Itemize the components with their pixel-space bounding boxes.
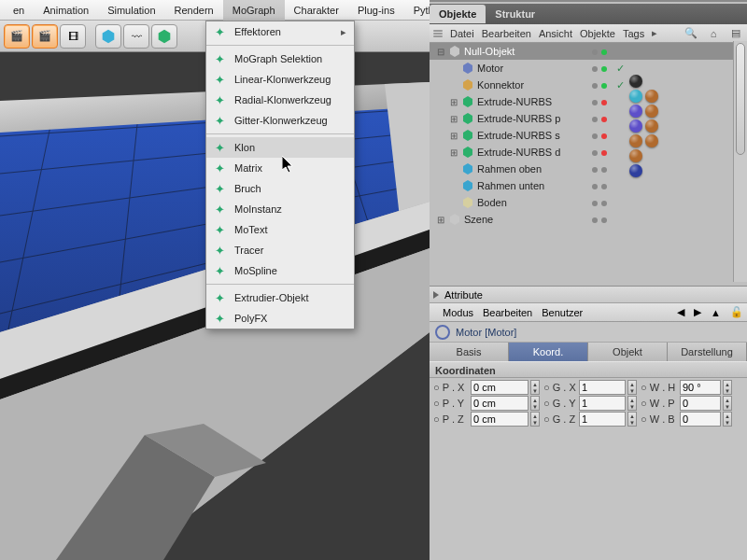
visibility-dots[interactable] — [590, 96, 609, 107]
objects-menu-tags[interactable]: Tags — [623, 28, 644, 39]
expand-icon[interactable]: ⊞ — [448, 147, 458, 158]
visibility-dots[interactable] — [590, 214, 609, 225]
visibility-dots[interactable] — [590, 180, 609, 191]
expand-icon[interactable]: ⊞ — [448, 114, 458, 124]
attr-tab-objekt[interactable]: Objekt — [588, 343, 668, 361]
objects-menu-bearbeiten[interactable]: Bearbeiten — [482, 28, 531, 39]
enable-check-icon[interactable]: ✓ — [616, 63, 625, 75]
menu-rendern[interactable]: Rendern — [165, 0, 223, 21]
toolbar-btn-cube[interactable] — [95, 24, 121, 49]
coord-p-input[interactable] — [471, 412, 529, 427]
material-tag[interactable] — [645, 105, 658, 118]
expand-icon[interactable]: ⊞ — [448, 97, 458, 107]
coord-w-input[interactable] — [680, 412, 721, 427]
coord-w-input[interactable] — [680, 380, 721, 395]
attributes-header[interactable]: Attribute — [430, 287, 747, 303]
expand-icon[interactable]: ⊞ — [448, 131, 458, 141]
layers-icon[interactable]: ▤ — [728, 26, 743, 41]
menu-animation[interactable]: Animation — [34, 0, 98, 21]
spinner[interactable]: ▲▼ — [627, 396, 637, 411]
mograph-item-tracer[interactable]: ✦Tracer — [206, 240, 354, 260]
material-tag[interactable] — [629, 105, 642, 118]
spinner[interactable]: ▲▼ — [530, 380, 540, 395]
visibility-dots[interactable] — [590, 197, 609, 208]
objects-menu-datei[interactable]: Datei — [450, 28, 474, 39]
coord-g-input[interactable] — [579, 380, 626, 395]
tree-row[interactable]: ⊞Extrude-NURBS — [430, 93, 747, 110]
menu-en[interactable]: en — [4, 0, 34, 21]
tree-row[interactable]: Rahmen unten — [430, 177, 747, 194]
menu-plug-ins[interactable]: Plug-ins — [348, 0, 404, 21]
mograph-item-linear-klonwerkzeug[interactable]: ✦Linear-Klonwerkzeug — [206, 69, 354, 90]
visibility-dots[interactable] — [590, 79, 609, 91]
menu-mograph[interactable]: MoGraph — [223, 0, 285, 21]
material-tag[interactable] — [629, 149, 642, 162]
spinner[interactable]: ▲▼ — [627, 412, 637, 427]
mograph-item-mograph-selektion[interactable]: ✦MoGraph Selektion — [206, 49, 354, 69]
toolbar-btn-arc[interactable]: 〰 — [123, 24, 149, 49]
mograph-item-radial-klonwerkzeug[interactable]: ✦Radial-Klonwerkzeug — [206, 90, 354, 110]
tree-row[interactable]: ⊞Extrude-NURBS d — [430, 144, 747, 161]
objects-tab-struktur[interactable]: Struktur — [486, 5, 544, 23]
objects-menu-ansicht[interactable]: Ansicht — [539, 28, 572, 39]
material-tag[interactable] — [645, 119, 658, 133]
spinner[interactable]: ▲▼ — [723, 412, 732, 427]
menu-simulation[interactable]: Simulation — [98, 0, 164, 21]
mograph-item-klon[interactable]: ✦Klon — [206, 137, 354, 158]
mograph-item-bruch[interactable]: ✦Bruch — [206, 178, 354, 199]
tree-row[interactable]: ⊟Null-Objekt — [430, 43, 747, 60]
material-tag[interactable] — [629, 75, 642, 88]
scrollbar-thumb[interactable] — [736, 43, 745, 155]
menu-charakter[interactable]: Charakter — [285, 0, 348, 21]
material-tag[interactable] — [645, 134, 658, 147]
spinner[interactable]: ▲▼ — [627, 380, 637, 395]
expand-icon[interactable]: ⊞ — [435, 215, 445, 225]
mograph-item-motext[interactable]: ✦MoText — [206, 219, 354, 240]
object-tree[interactable]: ⊟Null-ObjektMotor✓Konnektor✓⊞Extrude-NUR… — [430, 43, 747, 286]
nav-back-icon[interactable]: ◀ — [677, 306, 684, 318]
home-icon[interactable]: ⌂ — [706, 26, 721, 41]
mograph-item-moinstanz[interactable]: ✦MoInstanz — [206, 199, 354, 219]
mograph-item-polyfx[interactable]: ✦PolyFX — [206, 308, 354, 329]
tree-row[interactable]: ⊞Extrude-NURBS s — [430, 127, 747, 144]
tree-row[interactable]: Boden — [430, 194, 747, 211]
tree-row[interactable]: Rahmen oben — [430, 161, 747, 177]
attr-menu-bearbeiten[interactable]: Bearbeiten — [483, 307, 532, 318]
attr-tab-darstellung[interactable]: Darstellung — [668, 343, 747, 361]
material-tag[interactable] — [629, 164, 642, 177]
material-tag[interactable] — [645, 90, 658, 103]
mograph-item-mospline[interactable]: ✦MoSpline — [206, 260, 354, 281]
material-tag[interactable] — [629, 134, 642, 147]
attr-menu-modus[interactable]: Modus — [443, 307, 473, 318]
attr-tab-basis[interactable]: Basis — [430, 343, 509, 361]
material-tag[interactable] — [629, 90, 642, 103]
tree-row[interactable]: Konnektor✓ — [430, 77, 747, 93]
mograph-item-extrudier-objekt[interactable]: ✦Extrudier-Objekt — [206, 287, 354, 308]
toolbar-btn-clapboard-2[interactable]: 🎬 — [32, 24, 58, 49]
tree-row[interactable]: ⊞Szene — [430, 211, 747, 228]
spinner[interactable]: ▲▼ — [530, 412, 540, 427]
tree-row[interactable]: Motor✓ — [430, 60, 747, 77]
visibility-dots[interactable] — [590, 63, 609, 74]
attr-tab-koord[interactable]: Koord. — [509, 343, 588, 361]
attr-menu-benutzer[interactable]: Benutzer — [542, 307, 583, 318]
coord-w-input[interactable] — [680, 396, 721, 411]
tree-row[interactable]: ⊞Extrude-NURBS p — [430, 110, 747, 127]
coord-g-input[interactable] — [579, 412, 626, 427]
objects-scrollbar[interactable] — [733, 41, 747, 282]
spinner[interactable]: ▲▼ — [530, 396, 540, 411]
visibility-dots[interactable] — [590, 163, 609, 175]
mograph-item-effektoren[interactable]: ✦Effektoren▸ — [206, 21, 354, 42]
spinner[interactable]: ▲▼ — [723, 396, 732, 411]
toolbar-btn-render[interactable]: 🎞 — [60, 24, 86, 49]
visibility-dots[interactable] — [590, 46, 609, 57]
objects-menu-objekte[interactable]: Objekte — [580, 28, 615, 39]
nav-fwd-icon[interactable]: ▶ — [694, 306, 701, 318]
visibility-dots[interactable] — [590, 147, 609, 158]
lock-icon[interactable]: 🔓 — [730, 306, 743, 318]
visibility-dots[interactable] — [590, 113, 609, 124]
expand-icon[interactable]: ⊟ — [435, 47, 445, 57]
toolbar-btn-nurbs[interactable] — [151, 24, 177, 49]
nav-up-icon[interactable]: ▲ — [711, 307, 721, 318]
coord-p-input[interactable] — [471, 396, 529, 411]
